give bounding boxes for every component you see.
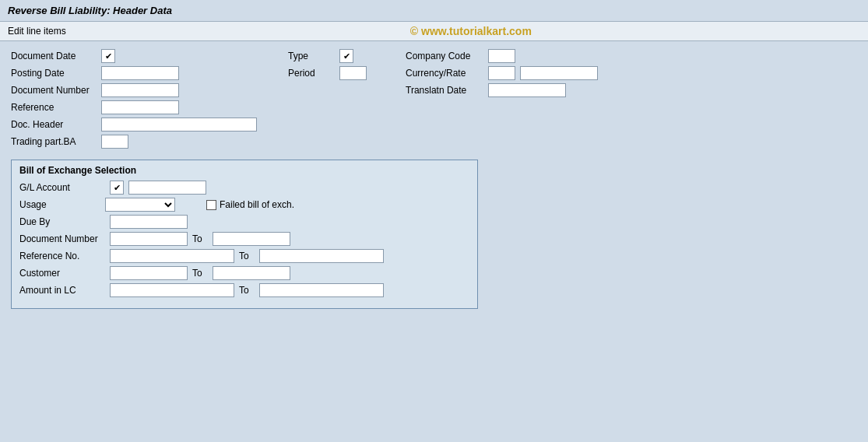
doc-header-label: Doc. Header [11, 119, 97, 130]
doc-header-input[interactable] [101, 118, 257, 132]
document-date-label: Document Date [11, 51, 97, 61]
translation-date-label: Translatn Date [406, 85, 483, 96]
amount-lc-from[interactable] [110, 283, 234, 297]
period-label: Period [288, 68, 335, 79]
customer-from[interactable] [110, 266, 188, 280]
period-input[interactable]: 9 [339, 66, 367, 80]
rate-input[interactable] [520, 66, 598, 80]
reference-input[interactable] [101, 100, 179, 114]
due-by-input[interactable] [110, 215, 188, 229]
gl-account-checkbox[interactable]: ✔ [110, 181, 124, 195]
usage-label: Usage [19, 199, 105, 210]
to-label-ref: To [239, 251, 255, 261]
amount-lc-to[interactable] [259, 283, 384, 297]
failed-bill-label: Failed bill of exch. [220, 199, 294, 210]
reference-no-to[interactable] [259, 249, 384, 263]
bill-doc-number-from[interactable] [110, 232, 188, 246]
bill-section-title: Bill of Exchange Selection [19, 165, 469, 176]
translation-date-input[interactable] [488, 83, 566, 97]
customer-label: Customer [19, 268, 105, 279]
usage-select[interactable] [105, 198, 175, 212]
bill-doc-number-to[interactable] [213, 232, 290, 246]
gl-account-input[interactable] [128, 181, 206, 195]
failed-bill-checkbox[interactable] [206, 200, 216, 210]
watermark: © www.tutorialkart.com [82, 25, 860, 37]
customer-to[interactable] [213, 266, 290, 280]
posting-date-label: Posting Date [11, 68, 97, 79]
to-label-customer: To [192, 268, 208, 279]
company-code-label: Company Code [406, 51, 483, 61]
amount-lc-label: Amount in LC [19, 285, 105, 296]
type-checkbox[interactable]: ✔ [339, 49, 353, 63]
edit-line-items-label: Edit line items [8, 26, 66, 37]
page-title: Reverse Bill Liability: Header Data [8, 5, 172, 16]
currency-input[interactable]: USD [488, 66, 515, 80]
company-code-input[interactable]: 0001 [488, 49, 515, 63]
reference-no-label: Reference No. [19, 251, 105, 261]
failed-bill-row: Failed bill of exch. [206, 199, 294, 210]
reference-no-from[interactable] [110, 249, 234, 263]
document-number-label: Document Number [11, 85, 97, 96]
to-label-amount: To [239, 285, 255, 296]
trading-part-label: Trading part.BA [11, 136, 97, 147]
gl-account-label: G/L Account [19, 182, 105, 193]
currency-rate-label: Currency/Rate [406, 68, 483, 79]
due-by-label: Due By [19, 216, 105, 227]
trading-part-input[interactable] [101, 135, 128, 149]
reference-label: Reference [11, 102, 97, 113]
bill-doc-number-label: Document Number [19, 233, 105, 244]
bill-exchange-panel: Bill of Exchange Selection G/L Account ✔… [11, 160, 478, 309]
document-number-input[interactable] [101, 83, 179, 97]
type-label: Type [288, 51, 335, 61]
posting-date-input[interactable]: 15.09.2018 [101, 66, 179, 80]
to-label-doc: To [192, 233, 208, 244]
document-date-checkbox[interactable]: ✔ [101, 49, 115, 63]
